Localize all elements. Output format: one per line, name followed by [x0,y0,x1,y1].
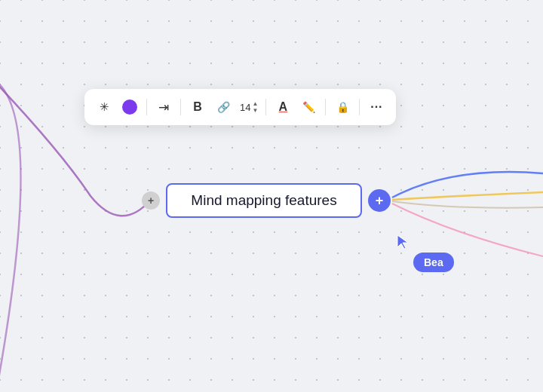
toolbar-divider-5 [359,99,360,115]
toolbar-divider-3 [265,99,266,115]
toolbar-divider-2 [180,99,181,115]
indent-button[interactable]: ⇥ [152,95,176,119]
formatting-toolbar: ✳ ⇥ B 🔗 14 ▲ ▼ A ✏️ [84,89,396,125]
font-size-control[interactable]: 14 ▲ ▼ [237,95,261,119]
toolbar-divider-4 [325,99,326,115]
collaborator-label: Bea [413,253,454,272]
font-size-up[interactable]: ▲ [252,101,258,107]
asterisk-icon: ✳ [100,100,109,114]
color-button[interactable] [118,95,142,119]
more-options-button[interactable]: ··· [364,95,388,119]
bold-button[interactable]: B [186,95,210,119]
text-color-icon: A [279,100,288,114]
color-swatch [122,100,137,115]
add-left-button[interactable]: + [142,191,160,210]
font-size-arrows: ▲ ▼ [252,101,258,114]
node-text-box[interactable]: Mind mapping features [166,183,362,218]
more-options-icon: ··· [370,100,382,114]
collaborator-cursor [396,234,411,250]
add-left-icon: + [148,194,154,207]
highlight-button[interactable]: ✏️ [296,95,321,119]
indent-icon: ⇥ [158,100,169,115]
lock-icon: 🔒 [336,101,349,113]
bold-icon: B [193,100,202,114]
text-color-button[interactable]: A [271,95,295,119]
highlight-icon: ✏️ [302,101,315,113]
link-icon: 🔗 [217,101,230,113]
add-right-button[interactable]: + [368,189,391,212]
lock-button[interactable]: 🔒 [330,95,354,119]
node-text: Mind mapping features [191,192,336,208]
link-button[interactable]: 🔗 [211,95,235,119]
mind-map-canvas: ✳ ⇥ B 🔗 14 ▲ ▼ A ✏️ [0,0,543,392]
font-size-down[interactable]: ▼ [252,108,258,114]
add-right-icon: + [376,193,384,209]
collaborator-name: Bea [424,256,443,268]
mind-map-node-area: + Mind mapping features + [142,183,391,218]
toolbar-divider-1 [146,99,147,115]
font-size-value: 14 [240,102,250,113]
asterisk-button[interactable]: ✳ [92,95,116,119]
